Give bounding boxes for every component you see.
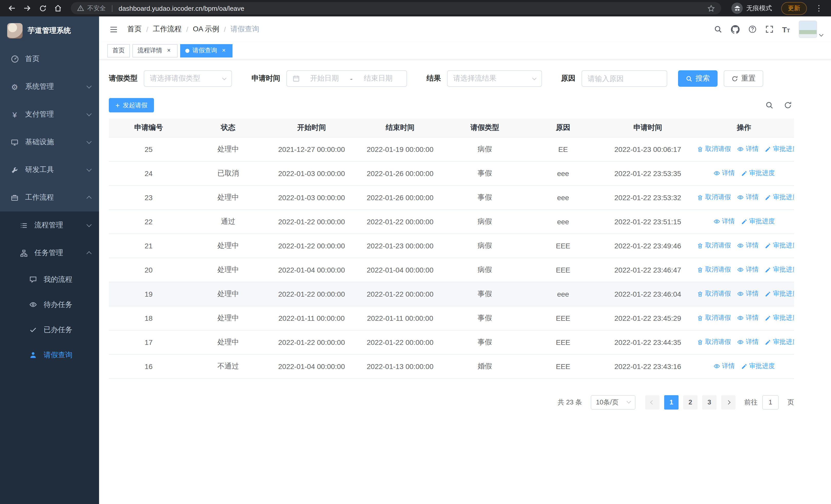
- sidebar-item-task-management[interactable]: 任务管理: [0, 239, 99, 267]
- search-toggle-button[interactable]: [765, 101, 774, 109]
- refresh-table-button[interactable]: [784, 101, 792, 109]
- back-button[interactable]: [5, 2, 19, 15]
- chevron-down-icon: [86, 83, 92, 89]
- page-button-1[interactable]: 1: [664, 395, 679, 409]
- fullscreen-button[interactable]: [765, 25, 773, 33]
- sidebar-item-todo-tasks[interactable]: 待办任务: [0, 292, 99, 317]
- reset-button[interactable]: 重置: [724, 70, 763, 87]
- cell-status: 通过: [189, 209, 268, 234]
- github-button[interactable]: [730, 25, 739, 34]
- action-progress-link[interactable]: 审批进度: [741, 362, 775, 370]
- sidebar-item-devtools[interactable]: 研发工具: [0, 156, 99, 184]
- action-detail-link[interactable]: 详情: [737, 289, 758, 298]
- forward-button[interactable]: [21, 2, 34, 15]
- action-detail-link[interactable]: 详情: [737, 241, 758, 250]
- breadcrumb-item[interactable]: 首页: [127, 25, 142, 34]
- action-progress-link[interactable]: 审批进度: [765, 193, 794, 202]
- update-chip[interactable]: 更新: [781, 2, 807, 14]
- fontsize-icon[interactable]: TT: [782, 25, 790, 33]
- leave-table-body: 25处理中2021-12-27 00:00:002022-01-19 00:00…: [109, 137, 794, 378]
- hamburger-button[interactable]: [107, 23, 120, 36]
- result-select[interactable]: 请选择流结果: [447, 70, 542, 87]
- tab-process-detail[interactable]: 流程详情 ×: [133, 44, 178, 57]
- cell-status: 处理中: [189, 282, 268, 306]
- action-cancel-link[interactable]: 取消请假: [697, 193, 731, 202]
- close-icon[interactable]: ×: [220, 47, 227, 54]
- action-cancel-link[interactable]: 取消请假: [697, 265, 731, 274]
- leave-type-select[interactable]: 请选择请假类型: [144, 70, 232, 87]
- action-detail-link[interactable]: 详情: [737, 193, 758, 202]
- cell-actions: 取消请假详情审批进度: [694, 234, 794, 258]
- goto-page-input[interactable]: [762, 395, 779, 409]
- page-button-2[interactable]: 2: [683, 395, 697, 409]
- menu-kebab-icon[interactable]: ⋮: [812, 4, 826, 13]
- action-progress-link[interactable]: 审批进度: [765, 314, 794, 322]
- cell-reason: EEE: [524, 234, 602, 258]
- active-dot: [185, 49, 190, 53]
- breadcrumb-item[interactable]: 工作流程: [153, 25, 182, 34]
- page-button-3[interactable]: 3: [702, 395, 717, 409]
- sidebar-item-leave-query[interactable]: 请假查询: [0, 342, 99, 367]
- action-progress-link[interactable]: 审批进度: [741, 169, 775, 178]
- close-icon[interactable]: ×: [165, 47, 172, 54]
- create-leave-button[interactable]: + 发起请假: [109, 98, 154, 112]
- hamburger-icon: [109, 25, 118, 34]
- table-row: 16不通过2022-01-04 00:00:002022-01-13 00:00…: [109, 354, 794, 378]
- tab-home[interactable]: 首页: [107, 44, 130, 57]
- reason-input[interactable]: [581, 70, 667, 87]
- sidebar-item-done-tasks[interactable]: 已办任务: [0, 317, 99, 342]
- cell-apply-id: 20: [109, 258, 189, 282]
- sidebar-item-workflow[interactable]: 工作流程: [0, 184, 99, 211]
- cell-actions: 详情审批进度: [694, 161, 794, 185]
- breadcrumb-item[interactable]: OA 示例: [193, 25, 220, 34]
- action-detail-link[interactable]: 详情: [737, 313, 758, 322]
- cell-apply-id: 19: [109, 282, 189, 306]
- app-logo-row[interactable]: 芋道管理系统: [0, 17, 99, 45]
- page-size-select[interactable]: 10条/页: [591, 395, 635, 409]
- action-cancel-link[interactable]: 取消请假: [697, 314, 731, 322]
- user-menu[interactable]: [799, 21, 823, 38]
- home-button[interactable]: [51, 2, 65, 15]
- sidebar-item-system[interactable]: ⚙ 系统管理: [0, 73, 99, 100]
- action-cancel-link[interactable]: 取消请假: [697, 145, 731, 153]
- action-detail-link[interactable]: 详情: [737, 337, 758, 346]
- action-progress-link[interactable]: 审批进度: [765, 338, 794, 347]
- next-page-button[interactable]: [721, 395, 736, 409]
- cell-start-time: 2022-01-03 00:00:00: [268, 161, 355, 185]
- edit-icon: [741, 218, 747, 225]
- action-detail-link[interactable]: 详情: [713, 217, 735, 226]
- reload-button[interactable]: [36, 2, 49, 15]
- sidebar-item-payment[interactable]: ¥ 支付管理: [0, 100, 99, 128]
- action-progress-link[interactable]: 审批进度: [765, 241, 794, 250]
- eye-icon: [713, 218, 720, 225]
- help-button[interactable]: [748, 25, 756, 33]
- action-detail-link[interactable]: 详情: [713, 169, 735, 177]
- omnibox[interactable]: 不安全 dashboard.yudao.iocoder.cn/bpm/oa/le…: [71, 2, 721, 14]
- sidebar-item-label: 流程管理: [34, 221, 63, 230]
- bookmark-star-icon[interactable]: [707, 4, 715, 12]
- prev-page-button[interactable]: [645, 395, 660, 409]
- action-progress-link[interactable]: 审批进度: [765, 290, 794, 298]
- search-button-header[interactable]: [714, 25, 722, 33]
- sidebar-item-process-management[interactable]: 流程管理: [0, 211, 99, 239]
- date-range-picker[interactable]: 开始日期 - 结束日期: [286, 70, 407, 87]
- search-button[interactable]: 搜索: [678, 70, 718, 87]
- action-detail-link[interactable]: 详情: [737, 265, 758, 274]
- sidebar-item-home[interactable]: 首页: [0, 45, 99, 73]
- sidebar: 芋道管理系统 首页 ⚙ 系统管理 ¥ 支付管理: [0, 17, 99, 504]
- action-progress-link[interactable]: 审批进度: [765, 265, 794, 274]
- action-cancel-link[interactable]: 取消请假: [697, 241, 731, 250]
- tags-bar: 首页 流程详情 × 请假查询 ×: [99, 42, 831, 60]
- action-cancel-link[interactable]: 取消请假: [697, 338, 731, 347]
- action-detail-link[interactable]: 详情: [737, 145, 758, 153]
- sidebar-item-infrastructure[interactable]: 基础设施: [0, 128, 99, 156]
- action-detail-link[interactable]: 详情: [713, 362, 735, 370]
- sidebar-item-my-process[interactable]: 我的流程: [0, 267, 99, 292]
- action-progress-link[interactable]: 审批进度: [741, 217, 775, 226]
- cell-actions: 取消请假详情审批进度: [694, 258, 794, 282]
- cell-apply-id: 25: [109, 137, 189, 161]
- tab-leave-query[interactable]: 请假查询 ×: [180, 44, 232, 57]
- action-cancel-link[interactable]: 取消请假: [697, 290, 731, 298]
- action-progress-link[interactable]: 审批进度: [765, 145, 794, 153]
- dashboard-icon: [10, 55, 19, 63]
